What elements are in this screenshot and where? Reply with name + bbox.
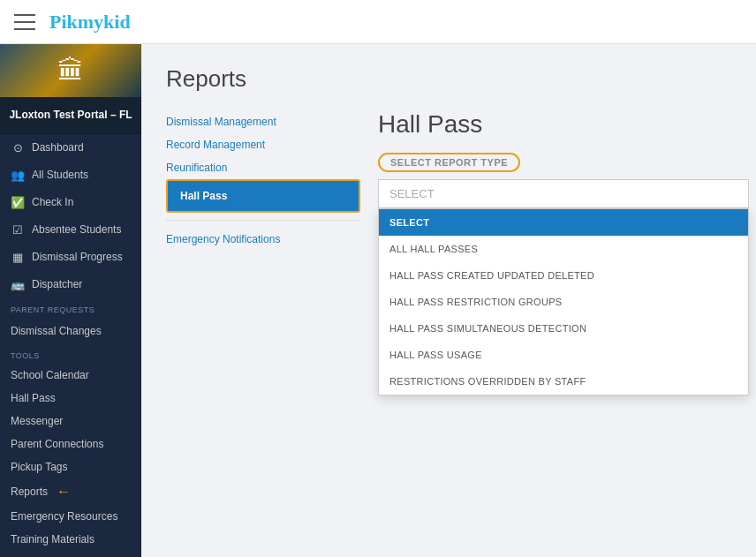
arrow-icon: ←	[57, 484, 71, 500]
absentee-icon: ☑	[11, 223, 25, 237]
sidebar-item-label: Pickup Tags	[11, 461, 67, 473]
sidebar-item-label: Reports	[11, 485, 48, 498]
sidebar-item-school-calendar[interactable]: School Calendar	[0, 364, 141, 387]
logo: Pikmykid	[49, 11, 131, 34]
dropdown-option-restrictions-overridden[interactable]: RESTRICTIONS OVERRIDDEN BY STAFF	[379, 368, 748, 395]
main-layout: 🏛 JLoxton Test Portal – FL ⊙ Dashboard 👥…	[0, 44, 756, 557]
nav-dismissal-management[interactable]: Dismissal Management	[166, 110, 360, 133]
nav-record-management[interactable]: Record Management	[166, 133, 360, 156]
nav-hall-pass[interactable]: Hall Pass	[166, 179, 360, 213]
sidebar-image: 🏛	[0, 44, 141, 97]
dropdown-trigger[interactable]: SELECT	[378, 179, 749, 208]
sidebar-item-label: Emergency Resources	[11, 510, 117, 523]
top-navbar: Pikmykid	[0, 0, 756, 44]
checkin-icon: ✅	[11, 196, 25, 209]
nav-reunification[interactable]: Reunification	[166, 156, 360, 179]
sidebar-item-label: Parent Connections	[11, 438, 103, 450]
left-nav: Dismissal Management Record Management R…	[166, 110, 360, 251]
dropdown-option-usage[interactable]: HALL PASS USAGE	[379, 342, 748, 368]
parent-requests-label: PARENT REQUESTS	[0, 298, 141, 318]
dropdown-selected-value: SELECT	[389, 187, 435, 200]
sidebar-item-dismissal-changes[interactable]: Dismissal Changes	[0, 318, 141, 344]
sidebar-item-label: Dashboard	[32, 141, 84, 154]
nav-divider	[166, 220, 360, 221]
sidebar-item-all-students[interactable]: 👥 All Students	[0, 162, 141, 189]
right-content: Hall Pass SELECT REPORT TYPE SELECT SELE…	[360, 110, 756, 251]
sidebar-item-label: Hall Pass	[11, 392, 56, 404]
reports-layout: Dismissal Management Record Management R…	[166, 110, 731, 251]
sidebar-item-dismissal-progress[interactable]: ▦ Dismissal Progress	[0, 244, 141, 271]
sidebar-item-label: Check In	[32, 196, 73, 208]
sidebar-item-label: All Students	[32, 169, 88, 181]
select-report-label: SELECT REPORT TYPE	[378, 153, 520, 172]
hall-pass-title: Hall Pass	[378, 110, 749, 139]
sidebar-item-label: Training Materials	[11, 533, 94, 546]
sidebar-item-label: Messenger	[11, 415, 63, 427]
sidebar: 🏛 JLoxton Test Portal – FL ⊙ Dashboard 👥…	[0, 44, 141, 557]
sidebar-item-label: Absentee Students	[32, 223, 121, 236]
students-icon: 👥	[11, 169, 25, 182]
hamburger-button[interactable]	[14, 14, 35, 30]
dropdown-option-all-hall-passes[interactable]: ALL HALL PASSES	[379, 236, 748, 262]
sidebar-item-label: School Calendar	[11, 369, 89, 381]
building-icon: 🏛	[57, 56, 84, 86]
portal-name: JLoxton Test Portal – FL	[0, 97, 141, 134]
sidebar-item-dispatcher[interactable]: 🚌 Dispatcher	[0, 271, 141, 298]
dropdown-option-restriction-groups[interactable]: HALL PASS RESTRICTION GROUPS	[379, 289, 748, 315]
sidebar-item-reports[interactable]: Reports ←	[0, 478, 141, 505]
dismissal-icon: ▦	[11, 251, 25, 264]
report-type-dropdown[interactable]: SELECT SELECT ALL HALL PASSES HALL PASS …	[378, 179, 749, 208]
sidebar-item-label: Dispatcher	[32, 278, 82, 290]
sidebar-item-training-materials[interactable]: Training Materials	[0, 528, 141, 551]
sidebar-item-absentee-students[interactable]: ☑ Absentee Students	[0, 216, 141, 244]
dropdown-option-simultaneous-detection[interactable]: HALL PASS SIMULTANEOUS DETECTION	[379, 315, 748, 342]
tools-label: TOOLS	[0, 344, 141, 364]
sidebar-item-dashboard[interactable]: ⊙ Dashboard	[0, 134, 141, 162]
dropdown-list: SELECT ALL HALL PASSES HALL PASS CREATED…	[378, 208, 749, 395]
nav-emergency-notifications[interactable]: Emergency Notifications	[166, 228, 360, 251]
dispatcher-icon: 🚌	[11, 278, 25, 291]
sidebar-item-check-in[interactable]: ✅ Check In	[0, 189, 141, 216]
dashboard-icon: ⊙	[11, 141, 25, 154]
dropdown-option-select[interactable]: SELECT	[379, 209, 748, 236]
dropdown-option-created-updated-deleted[interactable]: HALL PASS CREATED UPDATED DELETED	[379, 262, 748, 289]
content-area: Reports Dismissal Management Record Mana…	[141, 44, 756, 557]
page-title: Reports	[166, 65, 731, 93]
sidebar-item-parent-connections[interactable]: Parent Connections	[0, 433, 141, 455]
sidebar-item-messenger[interactable]: Messenger	[0, 410, 141, 433]
sidebar-item-emergency-resources[interactable]: Emergency Resources	[0, 505, 141, 528]
sidebar-item-label: Dismissal Progress	[32, 251, 123, 263]
sidebar-item-hall-pass[interactable]: Hall Pass	[0, 387, 141, 410]
sidebar-item-pickup-tags[interactable]: Pickup Tags	[0, 455, 141, 478]
sidebar-item-label: Dismissal Changes	[11, 325, 102, 337]
